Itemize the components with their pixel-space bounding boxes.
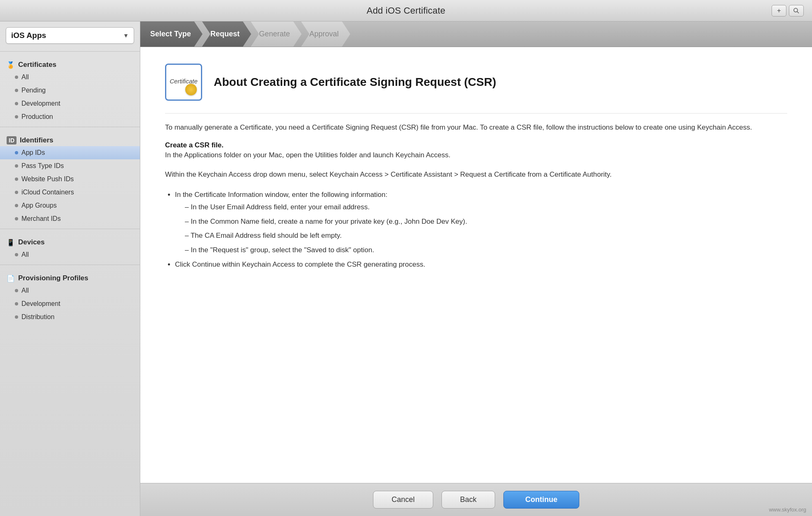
intro-text: To manually generate a Certificate, you … <box>165 122 787 133</box>
sidebar-item-certs-all[interactable]: All <box>0 71 140 84</box>
certificates-section: 🏅 Certificates All Pending Development P… <box>0 57 140 123</box>
sidebar-item-icloudcontainers[interactable]: iCloud Containers <box>0 186 140 199</box>
sidebar-item-label: All <box>21 251 29 258</box>
identifiers-icon: ID <box>7 136 17 144</box>
dot-icon <box>15 253 18 256</box>
provisioning-section: 📄 Provisioning Profiles All Development … <box>0 271 140 324</box>
step-label: Generate <box>259 30 290 38</box>
devices-header: 📱 Devices <box>0 235 140 248</box>
dot-icon <box>15 115 18 118</box>
provisioning-icon: 📄 <box>7 275 15 282</box>
step-generate[interactable]: Generate <box>251 21 302 47</box>
sidebar-divider-2 <box>0 229 140 229</box>
step-label: Request <box>210 30 240 38</box>
sidebar-item-label: iCloud Containers <box>21 189 74 196</box>
sidebar-item-label: App IDs <box>21 149 45 156</box>
csr-header: Certificate About Creating a Certificate… <box>165 64 787 101</box>
sub-list-item: In the "Request is" group, select the "S… <box>185 244 787 257</box>
sidebar-item-label: Production <box>21 113 53 121</box>
ios-apps-dropdown[interactable]: iOS Apps ▼ <box>6 27 134 44</box>
bullet-text: In the Certificate Information window, e… <box>175 191 387 199</box>
provisioning-label: Provisioning Profiles <box>18 274 88 282</box>
dot-icon <box>15 102 18 105</box>
sidebar-item-appids[interactable]: App IDs <box>0 146 140 159</box>
sidebar-item-certs-pending[interactable]: Pending <box>0 84 140 97</box>
csr-title: About Creating a Certificate Signing Req… <box>214 76 496 89</box>
sidebar-item-appgroups[interactable]: App Groups <box>0 199 140 212</box>
step-label: Approval <box>309 30 339 38</box>
sidebar-item-label: Distribution <box>21 313 54 321</box>
sidebar-item-provisioning-development[interactable]: Development <box>0 297 140 310</box>
watermark: www.skyfox.org <box>769 507 806 513</box>
back-button[interactable]: Back <box>441 491 495 509</box>
certificates-label: Certificates <box>18 61 57 69</box>
title-bar-buttons: + <box>772 5 804 17</box>
title-bar: Add iOS Certificate + <box>0 0 812 21</box>
devices-icon: 📱 <box>7 239 15 246</box>
sidebar-divider-3 <box>0 265 140 265</box>
cancel-button[interactable]: Cancel <box>373 491 433 509</box>
sidebar-item-label: Pending <box>21 87 46 94</box>
dot-icon <box>15 178 18 181</box>
sidebar-item-label: Website Push IDs <box>21 175 74 183</box>
identifiers-header: ID Identifiers <box>0 133 140 146</box>
certificate-icon: Certificate <box>165 64 202 101</box>
dot-icon <box>15 204 18 207</box>
sidebar-item-devices-all[interactable]: All <box>0 248 140 261</box>
step-label: Select Type <box>150 30 191 38</box>
sub-list: In the User Email Address field, enter y… <box>185 201 787 256</box>
certificates-header: 🏅 Certificates <box>0 57 140 71</box>
list-item: Click Continue within Keychain Access to… <box>175 258 787 271</box>
content-body: Certificate About Creating a Certificate… <box>140 47 812 483</box>
sidebar-item-label: Merchant IDs <box>21 215 61 222</box>
sidebar-divider-1 <box>0 127 140 127</box>
dot-icon <box>15 89 18 92</box>
sidebar-item-certs-production[interactable]: Production <box>0 110 140 123</box>
dot-icon <box>15 164 18 168</box>
sidebar-item-merchantids[interactable]: Merchant IDs <box>0 212 140 225</box>
cert-seal <box>185 84 197 95</box>
search-icon <box>793 7 800 14</box>
identifiers-label: Identifiers <box>20 136 53 144</box>
dot-icon <box>15 191 18 194</box>
svg-line-1 <box>797 12 799 13</box>
add-button[interactable]: + <box>772 5 786 17</box>
dropdown-label: iOS Apps <box>11 31 46 40</box>
stepper: Select Type Request Generate Approval <box>140 21 812 47</box>
sidebar-item-label: App Groups <box>21 202 57 209</box>
dot-icon <box>15 217 18 220</box>
create-heading: Create a CSR file. <box>165 141 787 149</box>
continue-button[interactable]: Continue <box>503 491 579 509</box>
chevron-down-icon: ▼ <box>123 32 129 39</box>
search-button[interactable] <box>789 5 804 17</box>
step-selecttype[interactable]: Select Type <box>140 21 203 47</box>
sidebar-item-label: Development <box>21 100 60 107</box>
sidebar-item-passtypeids[interactable]: Pass Type IDs <box>0 159 140 173</box>
content-divider <box>165 113 787 114</box>
identifiers-section: ID Identifiers App IDs Pass Type IDs Web… <box>0 133 140 225</box>
list-item: In the Certificate Information window, e… <box>175 189 787 257</box>
keychain-text: Within the Keychain Access drop down men… <box>165 169 787 180</box>
step-request[interactable]: Request <box>202 21 251 47</box>
sidebar-item-provisioning-all[interactable]: All <box>0 284 140 297</box>
sidebar-item-label: All <box>21 287 29 294</box>
main-layout: iOS Apps ▼ 🏅 Certificates All Pending De… <box>0 21 812 516</box>
sidebar-item-label: Pass Type IDs <box>21 162 64 170</box>
step-approval[interactable]: Approval <box>301 21 350 47</box>
sidebar-item-websitepushids[interactable]: Website Push IDs <box>0 173 140 186</box>
sidebar-item-certs-development[interactable]: Development <box>0 97 140 110</box>
provisioning-header: 📄 Provisioning Profiles <box>0 271 140 284</box>
sidebar: iOS Apps ▼ 🏅 Certificates All Pending De… <box>0 21 140 516</box>
sidebar-item-provisioning-distribution[interactable]: Distribution <box>0 310 140 324</box>
content-area: Select Type Request Generate Approval Ce… <box>140 21 812 516</box>
window-title: Add iOS Certificate <box>367 5 446 16</box>
dot-icon <box>15 302 18 305</box>
sub-list-item: In the Common Name field, create a name … <box>185 215 787 228</box>
instructions-list: In the Certificate Information window, e… <box>175 189 787 271</box>
sub-list-item: The CA Email Address field should be lef… <box>185 230 787 242</box>
create-text: In the Applications folder on your Mac, … <box>165 149 787 161</box>
devices-label: Devices <box>18 238 45 246</box>
dot-icon <box>15 151 18 154</box>
content-footer: Cancel Back Continue <box>140 483 812 516</box>
dot-icon <box>15 289 18 292</box>
